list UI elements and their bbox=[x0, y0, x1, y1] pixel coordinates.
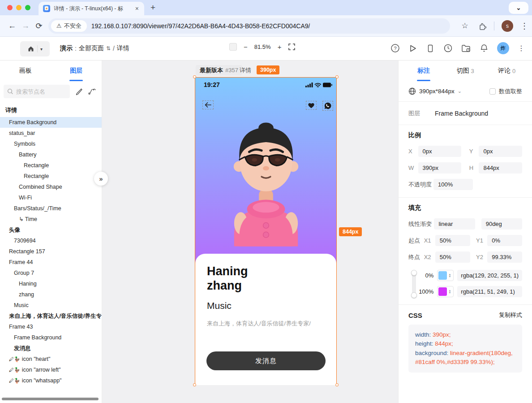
color-swatch[interactable] bbox=[438, 271, 447, 280]
heart-icon[interactable] bbox=[306, 101, 317, 110]
sidebar-collapse-button[interactable]: » bbox=[94, 172, 108, 186]
breadcrumb-page[interactable]: 全部页面 bbox=[79, 44, 104, 52]
maximize-window-button[interactable] bbox=[25, 5, 30, 10]
tab-search-chevron-icon[interactable]: ⌄ bbox=[509, 2, 528, 14]
minimize-window-button[interactable] bbox=[16, 5, 21, 10]
tab-comments[interactable]: 评论0 bbox=[486, 61, 528, 81]
history-icon[interactable] bbox=[443, 43, 453, 53]
gradient-angle-value[interactable]: 90deg bbox=[481, 218, 522, 230]
fullscreen-icon[interactable] bbox=[288, 43, 296, 51]
search-input[interactable] bbox=[16, 88, 61, 95]
browser-tab[interactable]: 详情 - 演示 - T-linux(x64) - 标 × bbox=[39, 2, 144, 15]
whatsapp-icon[interactable] bbox=[322, 101, 333, 111]
layer-tree-item[interactable]: 🖊🦆icon "arrow left" bbox=[0, 364, 102, 375]
layer-tree-item[interactable]: Rectangle bbox=[0, 171, 102, 182]
layer-tree-item[interactable]: Wi-Fi bbox=[0, 192, 102, 203]
stop-rgba-value[interactable]: rgba(211, 51, 249, 1) bbox=[457, 286, 522, 297]
user-avatar[interactable]: 炸 bbox=[497, 42, 509, 54]
tab-annotate[interactable]: 标注 bbox=[403, 61, 445, 81]
search-box[interactable] bbox=[4, 85, 70, 98]
tab-slices[interactable]: 切图3 bbox=[445, 61, 486, 81]
help-icon[interactable]: ? bbox=[390, 43, 400, 53]
gradient-stop-slider[interactable] bbox=[408, 270, 418, 297]
round-values-checkbox[interactable] bbox=[489, 88, 496, 95]
size-selector[interactable]: 390px*844px ⌄ bbox=[419, 88, 462, 95]
browser-profile-avatar[interactable]: s bbox=[502, 20, 513, 32]
layer-tree-item[interactable]: status_bar bbox=[0, 128, 102, 139]
path-tool-icon[interactable] bbox=[88, 88, 96, 95]
color-swatch[interactable] bbox=[438, 287, 447, 296]
tab-close-icon[interactable]: × bbox=[134, 5, 140, 12]
home-caret-icon[interactable]: ▾ bbox=[40, 47, 43, 52]
layer-tree-item[interactable]: Frame Background bbox=[0, 332, 102, 343]
layer-tree-item[interactable]: 来自上海，体育达人/音乐信徒/养生专家/ bbox=[0, 311, 102, 321]
stepper-icon[interactable]: ▲▼ bbox=[447, 273, 452, 278]
y-value[interactable]: 0px bbox=[479, 146, 522, 157]
browser-back-icon[interactable]: ← bbox=[5, 21, 19, 30]
gradient-type-value[interactable]: linear bbox=[434, 218, 475, 230]
layer-tree-item[interactable]: Frame Background bbox=[0, 117, 102, 128]
browser-reload-icon[interactable]: ⟳ bbox=[32, 21, 46, 31]
round-values-control[interactable]: 数值取整 bbox=[489, 87, 522, 95]
x1-value[interactable]: 50% bbox=[435, 235, 470, 246]
back-arrow-icon[interactable] bbox=[202, 100, 214, 109]
window-controls[interactable] bbox=[0, 0, 39, 15]
stepper-icon[interactable]: ▲▼ bbox=[447, 290, 452, 294]
pen-tool-icon[interactable] bbox=[75, 88, 83, 95]
copy-style-button[interactable]: 复制样式 bbox=[499, 311, 522, 319]
security-chip[interactable]: ⚠ 不安全 bbox=[51, 20, 87, 32]
color-swatch-control[interactable]: ▲▼ bbox=[437, 286, 454, 297]
layer-tree-item[interactable]: 发消息 bbox=[0, 343, 102, 354]
more-menu-icon[interactable]: ⋮ bbox=[518, 44, 525, 52]
notification-bell-icon[interactable] bbox=[480, 43, 489, 53]
layer-tree-item[interactable]: Haning bbox=[0, 278, 102, 289]
selection-handle[interactable] bbox=[335, 383, 339, 386]
bookmark-star-icon[interactable]: ☆ bbox=[458, 21, 472, 30]
new-tab-button[interactable]: + bbox=[150, 2, 155, 13]
sidebar-horizontal-scrollbar[interactable] bbox=[2, 398, 99, 400]
zoom-level[interactable]: 81.5% bbox=[254, 43, 271, 50]
zoom-out-icon[interactable]: − bbox=[244, 43, 248, 51]
selection-handle[interactable] bbox=[335, 75, 339, 78]
layer-tree-item[interactable]: ↳ Time bbox=[0, 214, 102, 225]
page-sort-icon[interactable]: ⇅ bbox=[106, 45, 111, 52]
opacity-value[interactable]: 100% bbox=[433, 179, 473, 190]
layer-tree-item[interactable]: Frame 44 bbox=[0, 257, 102, 268]
frame-name-label[interactable]: 详情 bbox=[240, 66, 251, 74]
address-bar[interactable]: ⚠ 不安全 192.168.0.107:8090/viewer/97/42A2D… bbox=[48, 18, 450, 34]
layer-tree-item[interactable]: zhang bbox=[0, 289, 102, 300]
home-button[interactable]: ▾ bbox=[20, 41, 50, 56]
extensions-icon[interactable] bbox=[479, 22, 487, 30]
h-value[interactable]: 844px bbox=[479, 162, 522, 173]
layer-tree-item[interactable]: Combined Shape bbox=[0, 182, 102, 192]
x2-value[interactable]: 50% bbox=[435, 251, 470, 263]
css-code-block[interactable]: width: 390px; height: 844px; background:… bbox=[408, 325, 522, 373]
layer-tree-item[interactable]: 🖊🦆icon "heart" bbox=[0, 354, 102, 364]
browser-menu-icon[interactable]: ⋮ bbox=[520, 21, 527, 31]
layer-tree-item[interactable]: Rectangle 157 bbox=[0, 246, 102, 257]
w-value[interactable]: 390px bbox=[418, 162, 462, 173]
layer-tree-item[interactable]: Music bbox=[0, 300, 102, 311]
close-window-button[interactable] bbox=[7, 5, 13, 10]
layer-tree-item[interactable]: Rectangle bbox=[0, 160, 102, 171]
phone-frame[interactable]: 19:27 bbox=[195, 77, 337, 385]
layer-tree-item[interactable]: 头像 bbox=[0, 225, 102, 235]
y1-value[interactable]: 0% bbox=[487, 235, 522, 246]
layer-tree-item[interactable]: 7309694 bbox=[0, 235, 102, 246]
tab-artboards[interactable]: 画板 bbox=[0, 61, 51, 81]
canvas-color-swatch[interactable] bbox=[229, 43, 237, 51]
project-files-icon[interactable] bbox=[461, 44, 471, 53]
x-value[interactable]: 0px bbox=[418, 146, 462, 157]
breadcrumb[interactable]: 演示 : 全部页面 ⇅ / 详情 bbox=[60, 44, 129, 52]
url-text[interactable]: 192.168.0.107:8090/viewer/97/42A2D6AB-B6… bbox=[91, 22, 310, 30]
play-icon[interactable] bbox=[408, 44, 417, 53]
layer-tree-item[interactable]: Frame 43 bbox=[0, 321, 102, 332]
version-badge[interactable]: 最新版本 #357 bbox=[196, 65, 242, 75]
layer-tree-item[interactable]: Battery bbox=[0, 149, 102, 160]
layer-tree-item[interactable]: Symbols bbox=[0, 139, 102, 149]
selection-handle[interactable] bbox=[193, 383, 196, 386]
tab-layers[interactable]: 图层 bbox=[51, 61, 102, 81]
selection-handle[interactable] bbox=[193, 75, 196, 78]
layer-tree-item[interactable]: Group 7 bbox=[0, 268, 102, 278]
y2-value[interactable]: 99.33% bbox=[487, 251, 522, 263]
